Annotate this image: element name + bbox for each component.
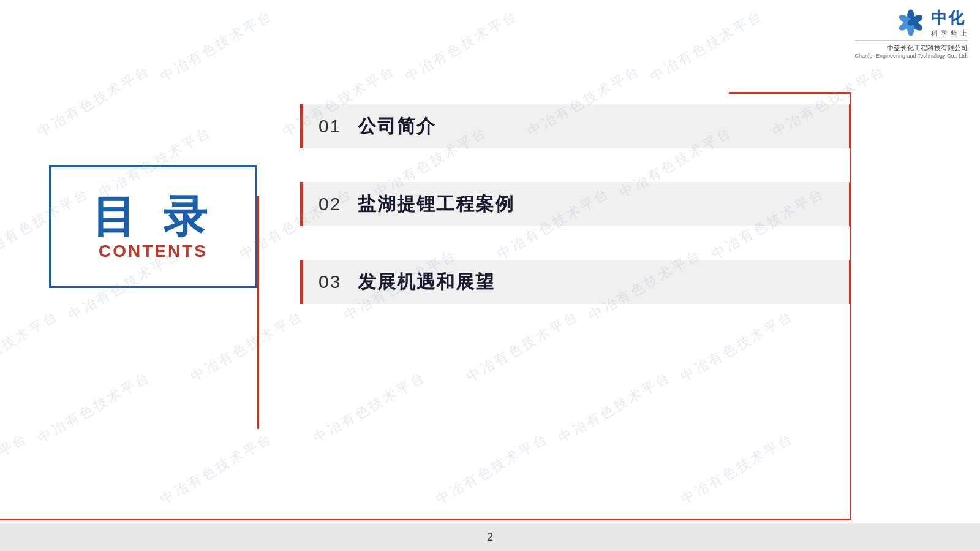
watermark-text: 中冶有色技术平台 (647, 6, 766, 86)
menu-item-2: 02 盐湖提锂工程案例 (300, 182, 851, 226)
menu-item-text-2: 02 盐湖提锂工程案例 (318, 192, 514, 217)
menu-item-num-2: 02 (318, 194, 348, 214)
logo-name-zh: 中化 (931, 7, 965, 29)
logo-divider (855, 40, 968, 41)
watermark-text: 中冶有色技术平台 (187, 306, 307, 386)
menu-item-text-3: 03 发展机遇和展望 (318, 270, 495, 295)
menu-items: 01 公司简介02 盐湖提锂工程案例03 发展机遇和展望 (300, 104, 851, 304)
watermark-text: 中冶有色技术平台 (0, 306, 62, 386)
watermark-text: 中冶有色技术平台 (555, 368, 674, 447)
watermark-text: 中冶有色技术平台 (677, 429, 797, 509)
svg-point-6 (908, 20, 914, 26)
watermark-text: 中冶有色技术平台 (34, 368, 154, 447)
contents-box: 目 录 CONTENTS (49, 165, 257, 288)
logo-slogan: 科 学 坚 上 (931, 29, 968, 38)
watermark-text: 中冶有色技术平台 (463, 306, 582, 386)
watermark-text: 中冶有色技术平台 (157, 429, 276, 509)
logo-sinochem: 中化 科 学 坚 上 (895, 7, 968, 38)
contents-title-en: CONTENTS (99, 241, 208, 261)
menu-item-3: 03 发展机遇和展望 (300, 260, 851, 304)
logo-company-en: Chanfor Engineering and Technology Co., … (855, 53, 968, 59)
watermark-text: 中冶有色技术平台 (310, 368, 429, 447)
watermark-text: 中冶有色技术平台 (0, 429, 32, 509)
logo-company-zh: 中蓝长化工程科技有限公司 (887, 44, 968, 53)
contents-title-zh: 目 录 (92, 192, 214, 241)
sinochem-flower-icon (895, 7, 926, 38)
bottom-border (0, 519, 851, 520)
connector-line (257, 196, 259, 429)
watermark-text: 中冶有色技术平台 (157, 6, 276, 86)
watermark-text: 中冶有色技术平台 (432, 429, 552, 509)
watermark-text: 中冶有色技术平台 (34, 61, 154, 141)
watermark-text: 中冶有色技术平台 (402, 6, 521, 86)
page-number: 2 (487, 531, 493, 544)
watermark-text: 中冶有色技术平台 (677, 306, 797, 386)
right-border-horiz (729, 92, 851, 94)
menu-item-num-3: 03 (318, 272, 348, 292)
menu-item-text-1: 01 公司简介 (318, 114, 436, 139)
slide-container: 中冶有色技术平台中冶有色技术平台中冶有色技术平台中冶有色技术平台中冶有色技术平台… (0, 0, 980, 551)
logo-text-block: 中化 科 学 坚 上 (931, 7, 968, 38)
bottom-border-right (850, 471, 851, 520)
menu-item-num-1: 01 (318, 116, 348, 136)
menu-item-1: 01 公司简介 (300, 104, 851, 148)
logo-area: 中化 科 学 坚 上 中蓝长化工程科技有限公司 Chanfor Engineer… (855, 7, 968, 59)
